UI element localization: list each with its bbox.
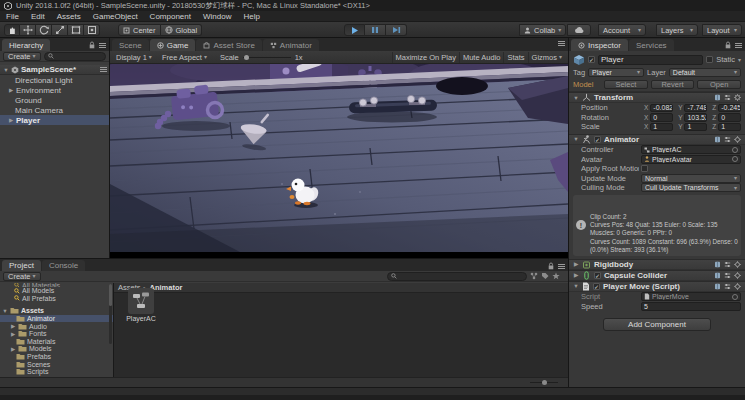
play-button[interactable]	[344, 24, 365, 36]
object-picker-icon[interactable]	[732, 294, 738, 300]
project-create-button[interactable]: Create ▾	[3, 272, 41, 281]
hierarchy-create-button[interactable]: Create ▾	[3, 52, 41, 61]
step-button[interactable]	[386, 24, 407, 36]
help-book-icon[interactable]	[714, 272, 721, 279]
rigidbody-header[interactable]: ▶ Rigidbody	[569, 259, 745, 270]
scale-slider[interactable]	[243, 57, 291, 58]
update-mode-dropdown[interactable]: Normal ▾	[641, 174, 741, 183]
lock-icon[interactable]	[725, 41, 731, 49]
panel-menu-icon[interactable]	[99, 43, 106, 48]
transform-header[interactable]: ▼ Transform	[569, 92, 745, 103]
position-y-field[interactable]: -7.74860	[684, 104, 707, 113]
object-picker-icon[interactable]	[732, 156, 738, 162]
preset-icon[interactable]	[724, 283, 731, 290]
gear-icon[interactable]	[734, 272, 741, 279]
help-book-icon[interactable]	[714, 94, 721, 101]
rotation-x-field[interactable]: 0	[650, 113, 673, 122]
menu-item-component[interactable]: Component	[144, 11, 197, 21]
hierarchy-item-main-camera[interactable]: Main Camera	[0, 105, 109, 115]
account-dropdown[interactable]: Account ▾	[598, 24, 646, 36]
scene-header-row[interactable]: ▼ SampleScene*	[0, 65, 109, 75]
project-search-input[interactable]	[387, 272, 527, 281]
speed-field[interactable]: 5	[641, 302, 741, 311]
script-enabled-checkbox[interactable]: ✓	[593, 283, 600, 290]
gear-icon[interactable]	[734, 261, 741, 268]
search-by-label-icon[interactable]	[541, 272, 549, 280]
collab-button[interactable]: Collab ▾	[519, 24, 566, 36]
active-checkbox[interactable]: ✓	[588, 56, 595, 63]
hierarchy-search-input[interactable]	[44, 52, 106, 61]
object-picker-icon[interactable]	[732, 147, 738, 153]
favorite-all-materials[interactable]: All Materials	[0, 283, 113, 287]
static-checkbox[interactable]	[706, 56, 713, 63]
player-move-script-header[interactable]: ▼ ✓ Player Move (Script)	[569, 281, 745, 292]
transform-tool-button[interactable]	[84, 24, 100, 36]
hierarchy-item-player[interactable]: ▶ Player	[0, 115, 109, 125]
scale-tool-button[interactable]	[52, 24, 68, 36]
gizmos-dropdown[interactable]: Gizmos ▾	[528, 52, 565, 63]
preset-icon[interactable]	[724, 261, 731, 268]
add-component-button[interactable]: Add Component	[603, 318, 711, 331]
scale-y-field[interactable]: 1	[684, 123, 707, 132]
project-tree-scrollbar[interactable]	[109, 284, 112, 344]
search-by-type-icon[interactable]	[530, 272, 538, 280]
menu-item-file[interactable]: File	[0, 11, 25, 21]
favorite-all-models[interactable]: All Models	[0, 287, 113, 295]
capsule-enabled-checkbox[interactable]: ✓	[594, 272, 601, 279]
favorites-star-icon[interactable]	[552, 272, 560, 280]
stats-button[interactable]: Stats	[503, 52, 527, 63]
help-book-icon[interactable]	[714, 261, 721, 268]
folder-materials[interactable]: Materials	[0, 338, 113, 346]
tab-asset-store[interactable]: Asset Store	[196, 39, 261, 51]
folder-models[interactable]: ▶ Models	[0, 345, 113, 353]
position-x-field[interactable]: -0.08253	[650, 104, 673, 113]
pause-button[interactable]	[365, 24, 386, 36]
menu-item-assets[interactable]: Assets	[51, 11, 87, 21]
game-viewport[interactable]	[110, 64, 568, 258]
menu-item-help[interactable]: Help	[237, 11, 265, 21]
asset-playerac[interactable]: PlayerAC	[124, 288, 158, 322]
animator-header[interactable]: ▼ ✓ Animator	[569, 134, 745, 145]
panel-menu-icon[interactable]	[558, 41, 565, 46]
folder-prefabs[interactable]: Prefabs	[0, 353, 113, 361]
folder-audio[interactable]: ▶ Audio	[0, 322, 113, 330]
gameobject-name-field[interactable]: Player	[598, 55, 703, 65]
layer-dropdown[interactable]: Default ▾	[669, 68, 741, 77]
lock-icon[interactable]	[89, 41, 95, 49]
tag-dropdown[interactable]: Player ▾	[588, 68, 644, 77]
tab-hierarchy[interactable]: Hierarchy	[2, 39, 50, 51]
position-z-field[interactable]: -0.24527	[718, 104, 741, 113]
script-object-field[interactable]: PlayerMove	[641, 292, 741, 301]
avatar-object-field[interactable]: PlayerAvatar	[641, 155, 741, 164]
panel-menu-icon[interactable]	[558, 264, 565, 269]
move-tool-button[interactable]	[20, 24, 36, 36]
tab-console[interactable]: Console	[42, 260, 85, 271]
hierarchy-item-ground[interactable]: Ground	[0, 95, 109, 105]
folder-fonts[interactable]: ▶ Fonts	[0, 330, 113, 338]
capsule-collider-header[interactable]: ▶ ✓ Capsule Collider	[569, 270, 745, 281]
menu-item-window[interactable]: Window	[197, 11, 237, 21]
foldout-icon[interactable]: ▶	[8, 87, 14, 93]
scene-menu-icon[interactable]	[100, 67, 107, 72]
aspect-dropdown[interactable]: Free Aspect ▾	[159, 52, 210, 63]
favorite-all-prefabs[interactable]: All Prefabs	[0, 295, 113, 303]
foldout-icon[interactable]: ▶	[8, 117, 14, 123]
tab-inspector[interactable]: Inspector	[571, 39, 628, 51]
help-book-icon[interactable]	[714, 283, 721, 290]
maximize-on-play-button[interactable]: Maximize On Play	[392, 52, 459, 63]
folder-assets-root[interactable]: ▼ Assets	[0, 307, 113, 315]
pivot-mode-button[interactable]: Center	[118, 24, 161, 36]
controller-object-field[interactable]: PlayerAC	[641, 145, 741, 154]
hand-tool-button[interactable]	[4, 24, 20, 36]
preset-icon[interactable]	[724, 136, 731, 143]
preset-icon[interactable]	[724, 272, 731, 279]
panel-menu-icon[interactable]	[735, 43, 742, 48]
preset-icon[interactable]	[724, 94, 731, 101]
model-open-button[interactable]: Open	[697, 80, 741, 89]
mute-audio-button[interactable]: Mute Audio	[459, 52, 504, 63]
folder-scenes[interactable]: Scenes	[0, 360, 113, 368]
help-book-icon[interactable]	[714, 136, 721, 143]
static-dropdown-icon[interactable]: ▾	[738, 57, 741, 63]
culling-mode-dropdown[interactable]: Cull Update Transforms ▾	[641, 183, 741, 192]
tab-scene[interactable]: Scene	[112, 39, 149, 51]
